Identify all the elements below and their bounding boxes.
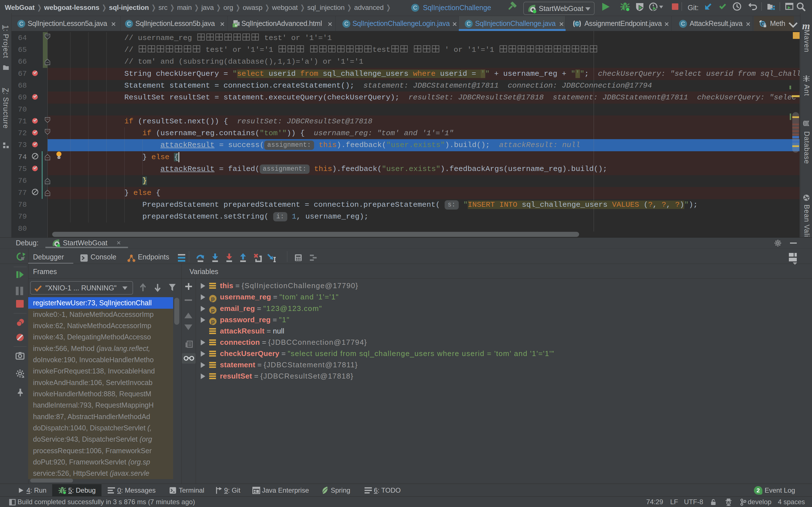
svg-text:C: C bbox=[127, 20, 131, 27]
svg-text:C: C bbox=[344, 20, 348, 27]
svg-text:C: C bbox=[19, 20, 23, 27]
svg-text:H: H bbox=[235, 24, 238, 27]
svg-text:C: C bbox=[413, 4, 417, 11]
svg-text:C: C bbox=[681, 20, 685, 27]
svg-text:C: C bbox=[467, 20, 470, 27]
svg-text:C: C bbox=[575, 21, 578, 26]
